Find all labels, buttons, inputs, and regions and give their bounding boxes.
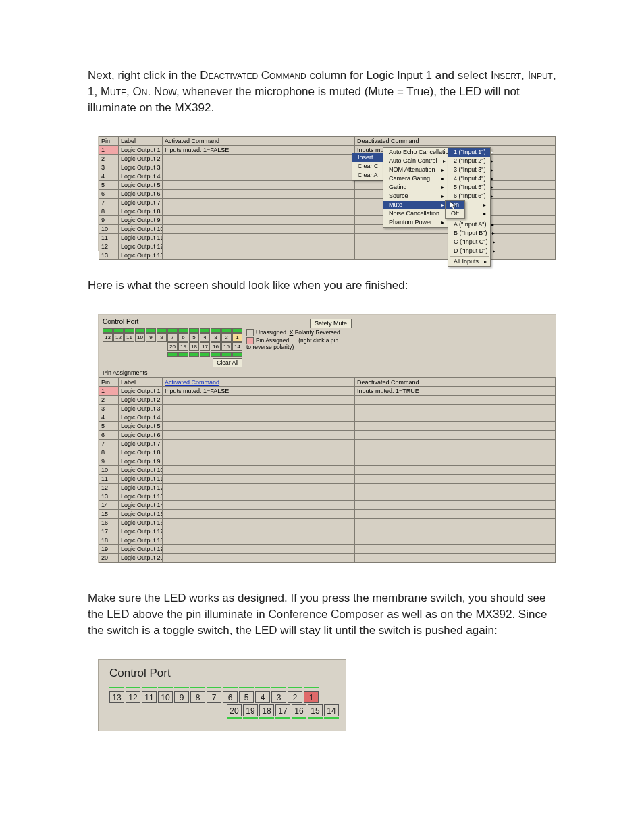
menu-item[interactable]: 2 ("Input 2") [448,157,490,165]
clear-all-button[interactable]: Clear All [213,358,242,367]
menu-item[interactable]: Source [383,192,448,201]
context-menu-insert[interactable]: InsertClear CClear A [352,153,384,180]
table-row[interactable]: 6Logic Output 6 [99,431,556,440]
activated-cell[interactable] [163,163,355,172]
pin-box[interactable]: 6 [178,333,188,342]
deactivated-cell[interactable] [355,448,556,457]
activated-cell[interactable] [163,475,355,484]
activated-cell[interactable]: Inputs muted: 1=FALSE [163,387,355,396]
pin-box[interactable]: 3 [211,333,221,342]
deactivated-cell[interactable] [355,405,556,413]
activated-cell[interactable] [163,422,355,431]
deactivated-cell[interactable] [355,440,556,448]
table-row[interactable]: 10Logic Output 10 [99,466,556,475]
table-row[interactable]: 4Logic Output 4 [99,413,556,422]
deactivated-cell[interactable] [355,510,556,519]
pin-box[interactable]: 7 [207,691,221,703]
pin-box[interactable]: 19 [243,704,258,716]
menu-item[interactable]: Off [446,209,464,218]
pin-box[interactable]: 16 [292,704,306,716]
activated-cell[interactable] [163,492,355,501]
menu-item[interactable]: 5 ("Input 5") [448,183,490,192]
activated-cell[interactable] [163,510,355,519]
deactivated-cell[interactable] [355,554,556,563]
activated-cell[interactable] [163,199,355,207]
activated-cell[interactable] [163,519,355,527]
table-row[interactable]: 17Logic Output 17 [99,527,556,536]
activated-cell[interactable] [163,431,355,440]
pin-box[interactable]: 16 [211,342,221,351]
context-submenu-input[interactable]: Auto Echo CancellationAuto Gain ControlN… [383,147,449,228]
deactivated-cell[interactable] [355,396,556,405]
activated-cell[interactable] [163,545,355,554]
menu-item[interactable]: Camera Gating [383,174,448,183]
menu-item[interactable]: 1 ("Input 1") [448,148,490,157]
activated-cell[interactable] [163,207,355,216]
pin-box[interactable]: 11 [124,333,134,342]
menu-item[interactable]: 4 ("Input 4") [448,174,490,183]
pin-box[interactable]: 9 [174,691,189,703]
pin-box[interactable]: 6 [223,691,238,703]
menu-item[interactable]: On [446,201,464,209]
deactivated-cell[interactable]: Inputs muted: 1=TRUE [355,387,556,396]
menu-item[interactable]: Gating [383,183,448,192]
table-row[interactable]: 19Logic Output 19 [99,545,556,554]
activated-cell[interactable] [163,216,355,225]
pin-box[interactable]: 11 [142,691,157,703]
pin-box[interactable]: 10 [158,691,173,703]
pin-box[interactable]: 18 [259,704,274,716]
menu-item[interactable]: Auto Gain Control [383,157,448,165]
deactivated-cell[interactable] [355,501,556,510]
menu-item[interactable]: All Inputs [448,257,490,266]
activated-cell[interactable] [163,484,355,492]
pin-box[interactable]: 1 [304,691,319,703]
menu-item[interactable]: D ("Input D") [448,246,490,255]
context-submenu-onoff[interactable]: OnOff [445,200,465,219]
pin-box[interactable]: 18 [189,342,199,351]
menu-item[interactable]: NOM Attenuation [383,165,448,174]
menu-item[interactable]: C ("Input C") [448,238,490,246]
activated-cell[interactable] [163,242,355,251]
deactivated-cell[interactable] [355,527,556,536]
menu-item[interactable]: Phantom Power [383,218,448,227]
menu-item[interactable]: Noise Cancellation [383,209,448,218]
pin-box[interactable]: 15 [221,342,232,351]
deactivated-cell[interactable] [355,484,556,492]
pin-box[interactable]: 7 [167,333,178,342]
pin-box[interactable]: 4 [200,333,210,342]
pin-box[interactable]: 2 [288,691,302,703]
activated-cell[interactable] [163,554,355,563]
pin-box[interactable]: 3 [271,691,286,703]
pin-box[interactable]: 8 [157,333,167,342]
activated-cell[interactable] [163,466,355,475]
pin-box[interactable]: 5 [189,333,199,342]
menu-item[interactable]: Auto Echo Cancellation [383,148,448,157]
activated-cell[interactable] [163,251,355,260]
pin-box[interactable]: 13 [109,691,124,703]
deactivated-cell[interactable] [355,536,556,545]
pin-box[interactable]: 2 [221,333,232,342]
activated-cell[interactable] [163,405,355,413]
pin-box[interactable]: 9 [146,333,156,342]
pin-box[interactable]: 14 [324,704,339,716]
activated-cell[interactable]: Inputs muted: 1=FALSE [163,146,355,155]
table-row[interactable]: 20Logic Output 20 [99,554,556,563]
activated-cell[interactable] [163,448,355,457]
pin-box[interactable]: 4 [255,691,270,703]
menu-item[interactable]: Clear C [352,162,383,171]
deactivated-cell[interactable] [355,545,556,554]
activated-cell[interactable] [163,440,355,448]
activated-cell[interactable] [163,396,355,405]
pin-box[interactable]: 12 [126,691,140,703]
pin-box[interactable]: 17 [275,704,290,716]
pin-box[interactable]: 10 [135,333,145,342]
table-row[interactable]: 11Logic Output 11 [99,475,556,484]
activated-cell[interactable] [163,527,355,536]
pin-box[interactable]: 19 [178,342,188,351]
menu-item[interactable]: Clear A [352,171,383,180]
deactivated-cell[interactable] [355,413,556,422]
menu-item[interactable]: 3 ("Input 3") [448,165,490,174]
pin-box[interactable]: 1 [232,333,242,342]
menu-item[interactable]: A ("Input A") [448,220,490,229]
menu-item[interactable]: Mute [383,201,448,209]
